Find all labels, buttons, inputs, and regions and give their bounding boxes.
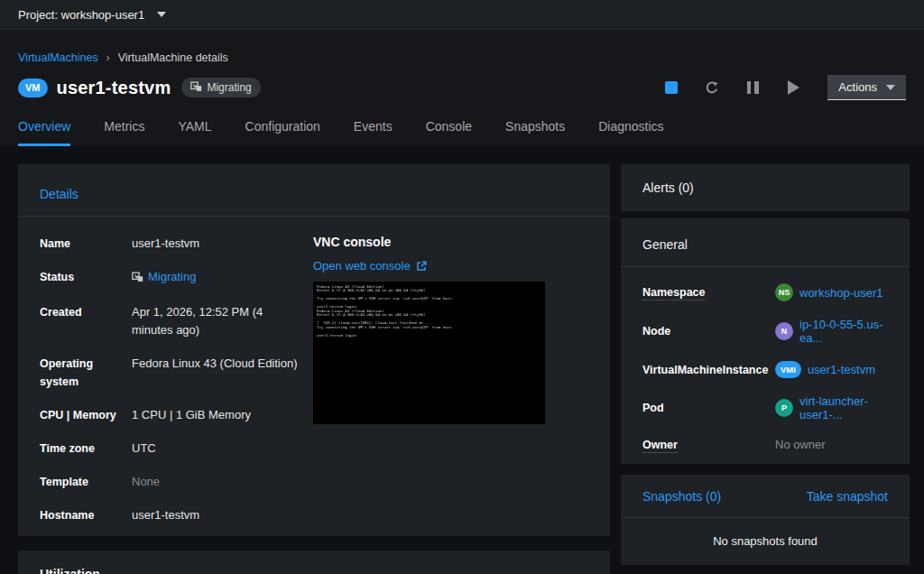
tab-configuration[interactable]: Configuration: [245, 115, 320, 146]
general-row-label: Owner: [642, 439, 775, 451]
right-column: Alerts (0) General Namespace NSworkshop-…: [621, 164, 910, 574]
general-heading: General: [642, 237, 688, 252]
overview-content: Details Name user1-testvm Status Migrati…: [0, 146, 924, 574]
actions-dropdown-label: Actions: [838, 80, 877, 94]
detail-row-label: Time zone: [40, 440, 132, 458]
open-web-console-link[interactable]: Open web console: [313, 259, 427, 273]
detail-row-label: Created: [40, 303, 132, 339]
detail-row-label: Operating system: [40, 355, 132, 391]
project-selector[interactable]: Project: workshop-user1: [18, 8, 166, 22]
vnc-console-output: Fedora Linux 43 (Cloud Edition)Kernel 6.…: [317, 284, 541, 338]
alerts-card: Alerts (0): [621, 164, 910, 211]
detail-row-value: None: [132, 473, 305, 491]
detail-row-value: UTC: [132, 440, 305, 458]
detail-row-label: Template: [40, 473, 132, 491]
stop-icon: [665, 81, 678, 94]
general-row-pod: Pod Pvirt-launcher-user1-...: [642, 394, 888, 421]
general-rows: Namespace NSworkshop-user1 Node Nip-10-0…: [642, 283, 888, 451]
namespace-value-link[interactable]: workshop-user1: [799, 286, 883, 300]
detail-row-value: Migrating: [132, 268, 305, 288]
caret-down-icon: [157, 12, 166, 17]
left-column: Details Name user1-testvm Status Migrati…: [18, 164, 610, 574]
details-rows: Name user1-testvm Status Migrating Creat…: [40, 235, 313, 540]
details-heading-link[interactable]: Details: [40, 187, 79, 201]
play-icon: [788, 80, 799, 95]
tab-console[interactable]: Console: [426, 115, 472, 146]
migrating-icon: [132, 272, 143, 282]
external-link-icon: [416, 261, 427, 272]
breadcrumb-virtualmachines-link[interactable]: VirtualMachines: [18, 51, 98, 64]
detail-row-label: Name: [40, 235, 132, 253]
general-row-label: Node: [642, 325, 775, 338]
general-row-value: NSworkshop-user1: [775, 283, 883, 301]
detail-row-value: 1 CPU | 1 GiB Memory: [132, 406, 305, 424]
restart-button[interactable]: [705, 80, 719, 95]
detail-row: Template None: [40, 473, 313, 491]
tab-metrics[interactable]: Metrics: [104, 115, 144, 146]
snapshots-heading-link[interactable]: Snapshots (0): [642, 489, 721, 504]
chevron-right-icon: ›: [106, 51, 110, 64]
detail-row-label: CPU | Memory: [40, 406, 132, 424]
n-resource-badge: N: [775, 322, 793, 340]
general-row-value: No owner: [775, 438, 826, 451]
detail-row-label: Status: [40, 268, 132, 288]
vmi-resource-badge: VMI: [775, 361, 801, 378]
take-snapshot-link[interactable]: Take snapshot: [807, 489, 888, 504]
tab-events[interactable]: Events: [354, 115, 393, 146]
caret-down-icon: [886, 85, 895, 90]
detail-row: Created Apr 1, 2026, 12:52 PM (4 minutes…: [40, 303, 313, 339]
breadcrumb-current: VirtualMachine details: [118, 51, 228, 64]
pause-icon: [747, 81, 759, 94]
general-row-value: Pvirt-launcher-user1-...: [775, 394, 888, 421]
ns-resource-badge: NS: [775, 283, 793, 301]
open-web-console-label: Open web console: [313, 259, 411, 273]
detail-row-value: user1-testvm: [132, 506, 305, 524]
page-title: user1-testvm: [57, 78, 171, 98]
details-body: Name user1-testvm Status Migrating Creat…: [40, 235, 588, 540]
snapshots-empty-text: No snapshots found: [621, 518, 910, 548]
play-button[interactable]: [786, 80, 800, 95]
general-row-virtualmachineinstance: VirtualMachineInstance VMIuser1-testvm: [642, 361, 888, 378]
restart-icon: [705, 80, 719, 96]
status-migrating-link[interactable]: Migrating: [132, 268, 196, 286]
detail-row-value: Apr 1, 2026, 12:52 PM (4 minutes ago): [132, 303, 305, 339]
tab-snapshots[interactable]: Snapshots: [505, 115, 565, 146]
tab-yaml[interactable]: YAML: [178, 115, 211, 146]
p-resource-badge: P: [775, 399, 793, 417]
general-row-label: Namespace: [642, 286, 775, 299]
pause-button[interactable]: [745, 80, 760, 95]
general-row-namespace: Namespace NSworkshop-user1: [642, 283, 888, 301]
detail-row: Operating system Fedora Linux 43 (Cloud …: [40, 355, 313, 391]
snapshots-card: Snapshots (0) Take snapshot No snapshots…: [621, 475, 910, 565]
project-selector-label: Project: workshop-user1: [18, 8, 144, 22]
utilization-card: Utilization: [18, 551, 610, 574]
migrating-pill-icon-slot: [190, 81, 202, 95]
migrating-icon: [190, 81, 202, 92]
vm-status-pill[interactable]: Migrating: [181, 78, 260, 97]
detail-row: Name user1-testvm: [40, 235, 313, 253]
vnc-console-preview[interactable]: Fedora Linux 43 (Cloud Edition)Kernel 6.…: [313, 282, 545, 424]
vm-kind-badge: VM: [18, 79, 48, 97]
actions-dropdown-button[interactable]: Actions: [827, 75, 906, 100]
detail-row-value: user1-testvm: [132, 235, 305, 253]
node-value-link[interactable]: ip-10-0-55-5.us-ea...: [799, 318, 888, 345]
pod-value-link[interactable]: virt-launcher-user1-...: [799, 394, 888, 421]
alerts-heading: Alerts (0): [642, 181, 694, 195]
stop-button[interactable]: [664, 80, 679, 95]
owner-value: No owner: [775, 438, 826, 451]
tabs: Overview Metrics YAML Configuration Even…: [0, 115, 924, 146]
divider: [18, 216, 610, 217]
virtualmachineinstance-value-link[interactable]: user1-testvm: [808, 363, 875, 376]
masthead: Project: workshop-user1: [0, 0, 924, 30]
detail-row-value: Fedora Linux 43 (Cloud Edition): [132, 355, 305, 391]
tab-diagnostics[interactable]: Diagnostics: [598, 115, 663, 146]
detail-row: Time zone UTC: [40, 440, 313, 458]
title-row: VM user1-testvm Migrating: [18, 64, 906, 115]
detail-row-label: Hostname: [40, 506, 132, 524]
tab-overview[interactable]: Overview: [18, 115, 70, 146]
page-header: VirtualMachines › VirtualMachine details…: [0, 30, 924, 115]
vm-status-pill-label: Migrating: [207, 81, 251, 94]
detail-row: Hostname user1-testvm: [40, 506, 313, 524]
general-row-label: Pod: [642, 402, 775, 414]
breadcrumb: VirtualMachines › VirtualMachine details: [18, 30, 906, 64]
